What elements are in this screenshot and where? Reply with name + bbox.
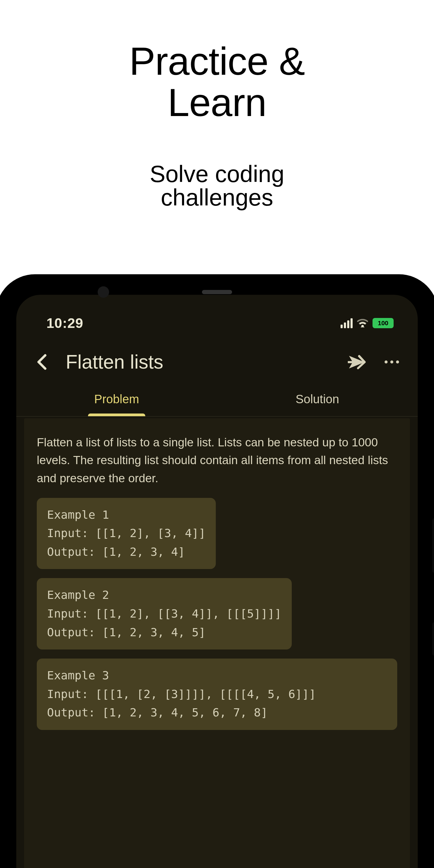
app-header: Flatten lists — [16, 337, 418, 384]
example-block: Example 2 Input: [[1, 2], [[3, 4]], [[[5… — [37, 578, 292, 650]
tab-indicator — [88, 413, 145, 416]
phone-screen: 10:29 — [16, 295, 418, 868]
wifi-icon — [357, 318, 368, 328]
tab-problem[interactable]: Problem — [16, 384, 217, 416]
content-area[interactable]: Flatten a list of lists to a single list… — [24, 418, 410, 868]
phone-speaker — [202, 290, 232, 294]
status-icons: 100 — [341, 318, 394, 328]
example-block: Example 3 Input: [[[1, [2, [3]]]], [[[[4… — [37, 658, 397, 730]
problem-description: Flatten a list of lists to a single list… — [37, 433, 397, 487]
promo-title-line2: Learn — [167, 81, 267, 124]
tab-label: Problem — [94, 393, 139, 406]
page-title: Flatten lists — [66, 351, 333, 373]
promo-title-line1: Practice & — [129, 39, 305, 83]
svg-point-0 — [361, 325, 364, 327]
example-block: Example 1 Input: [[1, 2], [3, 4]] Output… — [37, 498, 216, 569]
back-button[interactable] — [33, 353, 51, 371]
promo-subtitle-line2: challenges — [161, 184, 273, 211]
promo-subtitle-line1: Solve coding — [150, 161, 284, 187]
chevron-left-icon — [36, 353, 48, 371]
tab-solution[interactable]: Solution — [217, 384, 418, 416]
signal-icon — [341, 318, 352, 328]
promo-title: Practice & Learn — [0, 0, 434, 123]
send-icon — [348, 354, 366, 370]
submit-button[interactable] — [348, 353, 366, 371]
svg-point-1 — [384, 361, 388, 364]
more-horizontal-icon — [384, 360, 399, 364]
phone-frame: 10:29 — [0, 274, 434, 868]
status-bar: 10:29 — [16, 295, 418, 337]
phone-side-button — [432, 622, 434, 655]
tab-label: Solution — [296, 393, 339, 406]
battery-level: 100 — [378, 319, 388, 327]
svg-point-2 — [390, 361, 393, 364]
svg-point-3 — [396, 361, 399, 364]
more-button[interactable] — [383, 353, 401, 371]
status-time: 10:29 — [46, 315, 84, 331]
phone-camera — [98, 286, 109, 298]
promo-subtitle: Solve coding challenges — [0, 162, 434, 209]
tabs: Problem Solution — [16, 384, 418, 416]
phone-side-button — [432, 518, 434, 572]
battery-icon: 100 — [373, 318, 394, 328]
